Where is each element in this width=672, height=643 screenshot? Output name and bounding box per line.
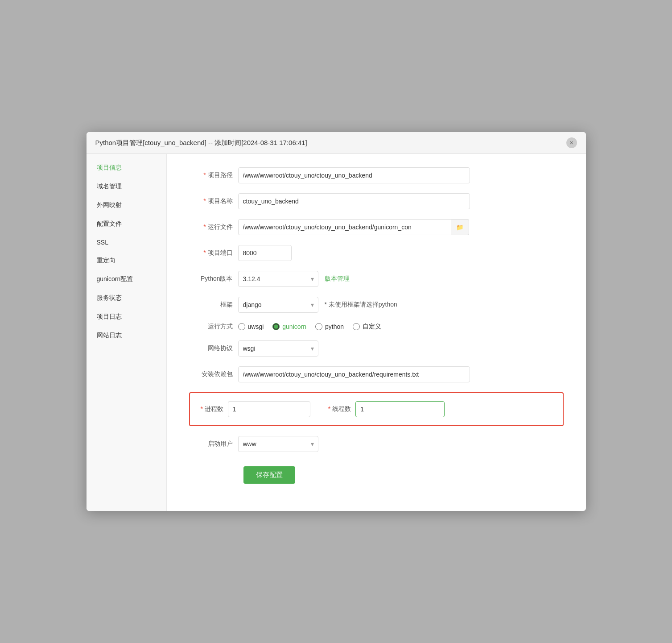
thread-count-row: 线程数	[328, 401, 445, 417]
python-version-label: Python版本	[189, 275, 238, 283]
run-mode-row: 运行方式 uwsgi gunicorn python	[189, 323, 564, 331]
version-management-link[interactable]: 版本管理	[325, 275, 350, 283]
run-file-input[interactable]	[238, 219, 451, 235]
start-user-row: 启动用户 www root ▾	[189, 436, 564, 452]
sidebar-item-gunicorn[interactable]: gunicorn配置	[87, 270, 166, 289]
process-count-label: 进程数	[201, 405, 223, 413]
thread-count-input[interactable]	[355, 401, 445, 417]
save-config-button[interactable]: 保存配置	[243, 466, 295, 484]
project-path-row: 项目路径	[189, 167, 564, 183]
sidebar-item-service-status[interactable]: 服务状态	[87, 289, 166, 307]
sidebar-item-ssl[interactable]: SSL	[87, 233, 166, 251]
port-input[interactable]	[238, 245, 292, 261]
project-path-label: 项目路径	[189, 171, 238, 179]
sidebar: 项目信息 域名管理 外网映射 配置文件 SSL 重定向 gunicorn配置 服…	[87, 154, 167, 511]
python-version-row: Python版本 3.12.4 ▾ 版本管理	[189, 271, 564, 287]
folder-icon: 📁	[456, 224, 464, 231]
network-protocol-select-wrapper: wsgi asgi ▾	[238, 340, 318, 357]
modal-header: Python项目管理[ctouy_uno_backend] -- 添加时间[20…	[87, 132, 586, 154]
sidebar-item-external-mapping[interactable]: 外网映射	[87, 196, 166, 215]
radio-uwsgi-input[interactable]	[238, 323, 245, 330]
framework-select-wrapper: django flask python ▾	[238, 297, 318, 313]
network-protocol-label: 网络协议	[189, 344, 238, 353]
run-mode-label: 运行方式	[189, 323, 238, 331]
project-name-input[interactable]	[238, 193, 470, 209]
form-content: 项目路径 项目名称 运行文件 📁	[167, 154, 586, 511]
project-path-input[interactable]	[238, 167, 470, 183]
run-file-input-group: 📁	[238, 219, 469, 235]
port-label: 项目端口	[189, 249, 238, 257]
radio-gunicorn[interactable]: gunicorn	[272, 323, 306, 330]
run-file-label: 运行文件	[189, 223, 238, 231]
close-button[interactable]: ×	[566, 137, 577, 148]
framework-select[interactable]: django flask python	[238, 297, 318, 313]
modal-body: 项目信息 域名管理 外网映射 配置文件 SSL 重定向 gunicorn配置 服…	[87, 154, 586, 511]
sidebar-item-project-info[interactable]: 项目信息	[87, 158, 166, 177]
install-deps-row: 安装依赖包	[189, 366, 564, 382]
port-row: 项目端口	[189, 245, 564, 261]
framework-hint: * 未使用框架请选择python	[325, 301, 397, 309]
radio-python-label: python	[325, 323, 344, 330]
folder-browse-button[interactable]: 📁	[451, 219, 469, 235]
process-count-input[interactable]	[228, 401, 310, 417]
framework-label: 框架	[189, 301, 238, 309]
sidebar-item-domain[interactable]: 域名管理	[87, 177, 166, 196]
sidebar-item-config-file[interactable]: 配置文件	[87, 215, 166, 233]
start-user-select-wrapper: www root ▾	[238, 436, 318, 452]
process-thread-section: 进程数 线程数	[189, 392, 564, 426]
network-protocol-select[interactable]: wsgi asgi	[238, 340, 318, 357]
modal-title: Python项目管理[ctouy_uno_backend] -- 添加时间[20…	[95, 139, 307, 147]
python-version-select[interactable]: 3.12.4	[238, 271, 318, 287]
sidebar-item-redirect[interactable]: 重定向	[87, 251, 166, 270]
install-deps-label: 安装依赖包	[189, 370, 238, 378]
radio-uwsgi-label: uwsgi	[248, 323, 264, 330]
radio-python-input[interactable]	[315, 323, 322, 330]
run-file-row: 运行文件 📁	[189, 219, 564, 235]
thread-count-label: 线程数	[328, 405, 351, 413]
install-deps-input[interactable]	[238, 366, 470, 382]
radio-custom-label: 自定义	[363, 323, 381, 331]
radio-gunicorn-input[interactable]	[272, 323, 280, 330]
start-user-select[interactable]: www root	[238, 436, 318, 452]
sidebar-item-project-log[interactable]: 项目日志	[87, 307, 166, 326]
radio-python[interactable]: python	[315, 323, 344, 330]
process-count-row: 进程数	[201, 401, 310, 417]
python-version-select-wrapper: 3.12.4 ▾	[238, 271, 318, 287]
save-button-row: 保存配置	[189, 462, 564, 484]
radio-custom[interactable]: 自定义	[353, 323, 381, 331]
sidebar-item-site-log[interactable]: 网站日志	[87, 326, 166, 345]
framework-row: 框架 django flask python ▾ * 未使用框架请选择pytho…	[189, 297, 564, 313]
radio-custom-input[interactable]	[353, 323, 360, 330]
modal-window: Python项目管理[ctouy_uno_backend] -- 添加时间[20…	[87, 132, 586, 511]
start-user-label: 启动用户	[189, 440, 238, 448]
project-name-row: 项目名称	[189, 193, 564, 209]
run-mode-radio-group: uwsgi gunicorn python 自定义	[238, 323, 382, 331]
radio-gunicorn-label: gunicorn	[282, 323, 306, 330]
network-protocol-row: 网络协议 wsgi asgi ▾	[189, 340, 564, 357]
radio-uwsgi[interactable]: uwsgi	[238, 323, 264, 330]
project-name-label: 项目名称	[189, 197, 238, 205]
